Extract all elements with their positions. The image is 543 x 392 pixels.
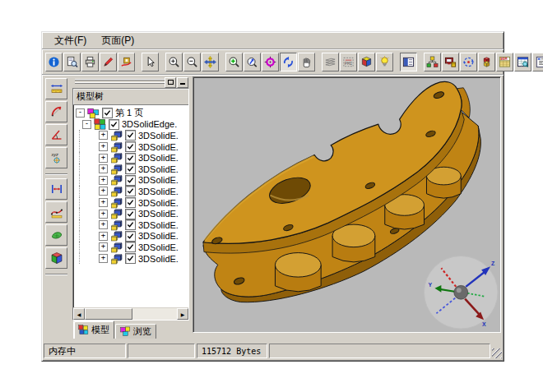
checkbox[interactable] bbox=[125, 164, 136, 174]
measure-curve-button[interactable] bbox=[45, 201, 67, 223]
hide-panel-button[interactable] bbox=[177, 77, 188, 88]
expand-icon[interactable]: + bbox=[99, 176, 108, 185]
menu-page[interactable]: 页面(P) bbox=[94, 33, 142, 48]
checkbox[interactable] bbox=[102, 108, 113, 118]
workstation-button[interactable] bbox=[442, 53, 459, 71]
tree-item-part[interactable]: + 3DSolidE. bbox=[76, 175, 188, 187]
tree-item-page[interactable]: - 第 1 页 bbox=[76, 108, 188, 119]
scroll-left-button[interactable]: ◀ bbox=[73, 308, 85, 320]
expand-icon[interactable]: + bbox=[99, 232, 108, 241]
expand-icon[interactable]: + bbox=[99, 187, 108, 196]
expand-icon[interactable]: + bbox=[99, 242, 108, 251]
model-tree[interactable]: - 第 1 页 - 3DSolidEdge. + 3DSo bbox=[73, 105, 188, 307]
panel-gripper[interactable] bbox=[72, 76, 189, 88]
tree-h-scrollbar[interactable]: ◀ ▶ bbox=[73, 307, 188, 320]
outline-view-button[interactable] bbox=[532, 53, 543, 71]
expand-icon[interactable]: + bbox=[99, 154, 108, 163]
part-node-icon bbox=[110, 186, 123, 197]
zoom-out-button[interactable] bbox=[183, 53, 201, 71]
tree-item-part[interactable]: + 3DSolidE. bbox=[76, 130, 188, 141]
animation-button[interactable] bbox=[460, 53, 477, 71]
tree-item-part[interactable]: + 3DSolidE. bbox=[76, 141, 188, 153]
measure-gap-button[interactable] bbox=[45, 178, 67, 200]
tree-item-part[interactable]: + 3DSolidE. bbox=[76, 219, 188, 231]
pmi-button[interactable]: PMI bbox=[340, 53, 357, 71]
markup-pen-button[interactable] bbox=[100, 53, 117, 71]
assembly-structure-button[interactable] bbox=[424, 53, 441, 71]
rotate-button[interactable] bbox=[280, 53, 297, 71]
checkbox[interactable] bbox=[109, 119, 119, 130]
expand-icon[interactable]: + bbox=[99, 198, 108, 207]
checkbox[interactable] bbox=[125, 153, 136, 164]
tab-model[interactable]: 模型 bbox=[73, 321, 114, 339]
expand-icon[interactable]: + bbox=[99, 164, 108, 173]
collapse-icon[interactable]: - bbox=[76, 108, 85, 118]
zoom-window-button[interactable] bbox=[225, 53, 243, 71]
checkbox[interactable] bbox=[125, 186, 136, 196]
model-tree-toggle-button[interactable] bbox=[400, 53, 417, 71]
checkbox[interactable] bbox=[125, 219, 136, 230]
measure-radius-button[interactable] bbox=[45, 101, 67, 122]
print-preview-button[interactable] bbox=[63, 53, 81, 71]
zoom-in-button[interactable] bbox=[165, 53, 183, 71]
explode-icon bbox=[480, 56, 493, 68]
rotate-center-button[interactable] bbox=[262, 53, 279, 71]
measure-distance-button[interactable] bbox=[45, 78, 67, 99]
collapse-icon[interactable]: - bbox=[82, 120, 91, 129]
model-tab-icon bbox=[78, 325, 89, 335]
part-node-icon bbox=[110, 130, 123, 141]
scroll-thumb[interactable] bbox=[85, 308, 132, 320]
checkbox[interactable] bbox=[125, 231, 136, 242]
tree-item-part[interactable]: + 3DSolidE. bbox=[76, 208, 188, 219]
tree-item-assembly[interactable]: - 3DSolidEdge. bbox=[76, 119, 188, 131]
measure-volume-button[interactable] bbox=[45, 247, 67, 269]
checkbox[interactable] bbox=[125, 141, 136, 152]
viewport-3d[interactable]: Z X Y bbox=[193, 76, 501, 333]
info-button[interactable] bbox=[45, 53, 63, 71]
zoom-dynamic-icon bbox=[246, 56, 258, 68]
explode-button[interactable] bbox=[478, 53, 495, 71]
tree-item-part[interactable]: + 3DSolidE. bbox=[76, 242, 188, 253]
table-view-button[interactable] bbox=[514, 53, 531, 71]
tree-item-part[interactable]: + 3DSolidE. bbox=[76, 231, 188, 242]
measure-angle-button[interactable] bbox=[45, 124, 67, 145]
float-panel-button[interactable] bbox=[165, 77, 176, 88]
view-cube-button[interactable] bbox=[358, 53, 375, 71]
expand-icon[interactable]: + bbox=[99, 131, 108, 140]
tree-item-part[interactable]: + 3DSolidE. bbox=[76, 186, 188, 197]
markup-pen-icon bbox=[102, 56, 114, 68]
zoom-dynamic-button[interactable] bbox=[244, 53, 261, 71]
resize-grip[interactable] bbox=[492, 348, 502, 358]
checkbox[interactable] bbox=[125, 197, 136, 208]
layers-button[interactable] bbox=[322, 53, 339, 71]
bom-button[interactable]: BOM bbox=[496, 53, 513, 71]
expand-icon[interactable]: + bbox=[99, 142, 108, 151]
pan-move-button[interactable] bbox=[202, 53, 219, 71]
tree-item-part[interactable]: + 3DSolidE. bbox=[76, 164, 188, 175]
measure-area-button[interactable] bbox=[45, 224, 67, 246]
checkbox[interactable] bbox=[125, 242, 136, 252]
float-icon bbox=[168, 80, 174, 85]
checkbox[interactable] bbox=[125, 253, 136, 264]
checkbox[interactable] bbox=[125, 209, 136, 219]
measure-radius-icon bbox=[50, 105, 63, 118]
tree-item-part[interactable]: + 3DSolidE. bbox=[76, 152, 188, 164]
select-cursor-button[interactable] bbox=[142, 53, 159, 71]
measure-coordinate-button[interactable]: xyz bbox=[45, 147, 67, 168]
expand-icon[interactable]: + bbox=[99, 210, 108, 219]
expand-icon[interactable]: + bbox=[99, 220, 108, 229]
checkbox[interactable] bbox=[125, 130, 136, 141]
pan-hand-button[interactable] bbox=[298, 53, 315, 71]
tree-item-label: 3DSolidEdge. bbox=[122, 119, 177, 129]
light-button[interactable] bbox=[376, 53, 393, 71]
scroll-right-button[interactable]: ▶ bbox=[177, 308, 188, 320]
nav-sphere[interactable]: Z X Y bbox=[424, 256, 498, 329]
tree-item-part[interactable]: + 3DSolidE. bbox=[76, 197, 188, 209]
print-button[interactable] bbox=[81, 53, 99, 71]
tree-item-part[interactable]: + 3DSolidE. bbox=[76, 253, 188, 265]
tab-browse[interactable]: 浏览 bbox=[115, 324, 156, 339]
checkbox[interactable] bbox=[125, 175, 136, 186]
markup-save-button[interactable] bbox=[118, 53, 135, 71]
expand-icon[interactable]: + bbox=[99, 254, 108, 263]
menu-file[interactable]: 文件(F) bbox=[47, 33, 94, 48]
